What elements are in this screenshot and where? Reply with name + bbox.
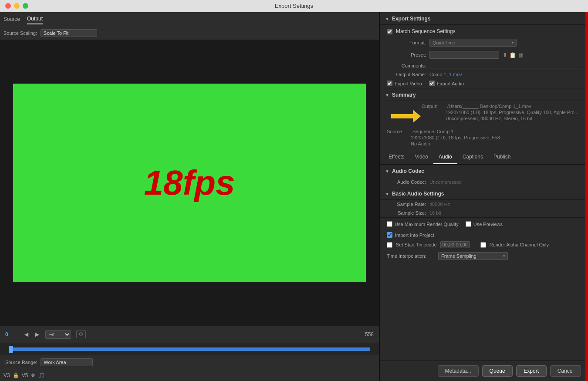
track-lock-btn[interactable]: 🔒: [13, 372, 19, 378]
audio-codec-header-text: Audio Codec: [392, 168, 424, 174]
basic-audio-section-header[interactable]: ▼ Basic Audio Settings: [380, 187, 588, 200]
sample-rate-value: 48000 Hz: [429, 202, 450, 207]
track-v5-btn[interactable]: V5: [22, 372, 28, 378]
sample-size-label: Sample Size:: [387, 210, 426, 216]
track-audio-btn[interactable]: 🎵: [38, 372, 45, 378]
export-video-checkbox[interactable]: [387, 81, 392, 86]
panel-tabs: Effects Video Audio Captions Publish: [380, 150, 588, 165]
tab-effects[interactable]: Effects: [383, 150, 409, 164]
source-range-label: Source Range:: [5, 360, 37, 365]
preview-text: 18fps: [144, 163, 235, 203]
timeline-track: [9, 347, 370, 351]
import-row: Import Into Project: [380, 230, 588, 239]
use-previews-label: Use Previews: [473, 222, 503, 227]
annotation-arrow-icon: [387, 105, 422, 127]
render-alpha-label: Render Alpha Channel Only: [490, 242, 549, 247]
tab-video[interactable]: Video: [409, 150, 433, 164]
export-settings-header-text: Export Settings: [392, 16, 431, 22]
timeline-playhead[interactable]: [9, 346, 13, 353]
timecode-end: 558: [365, 331, 374, 337]
summary-output-line3-row: Uncompressed, 48000 Hz, Stereo, 16 bit: [422, 116, 581, 121]
play-prev-button[interactable]: ◀: [24, 330, 29, 338]
use-previews-checkbox[interactable]: [466, 221, 471, 227]
preview-canvas: 18fps: [13, 84, 366, 282]
tab-source[interactable]: Source: [3, 14, 20, 24]
left-panel: Source Output Source Scaling: Scale To F…: [0, 12, 379, 381]
source-range-select[interactable]: Work Area Entire Sequence In to Out: [41, 358, 93, 366]
output-name-row: Output Name: Comp 1_1.mov: [380, 70, 588, 79]
summary-source-row: Source: Sequence, Comp 1: [387, 129, 581, 134]
format-select[interactable]: QuickTime: [429, 39, 517, 47]
time-interpolation-label: Time Interpolation:: [387, 253, 435, 259]
use-previews-item: Use Previews: [466, 221, 503, 227]
source-scaling-label: Source Scaling:: [3, 30, 37, 36]
render-options-row: Use Maximum Render Quality Use Previews: [380, 218, 588, 230]
preset-icons: ⬇ 📋 🗑: [503, 52, 524, 58]
tab-captions[interactable]: Captions: [457, 150, 488, 164]
summary-output-line3: Uncompressed, 48000 Hz, Stereo, 16 bit: [446, 116, 581, 121]
tabs-bar: Source Output: [0, 12, 379, 26]
play-next-button[interactable]: ▶: [34, 330, 40, 338]
time-interpolation-select[interactable]: Frame Sampling Frame Blending Optical Fl…: [438, 252, 508, 260]
summary-chevron: ▼: [385, 93, 389, 98]
maximize-button[interactable]: [23, 3, 28, 9]
set-start-timecode-label: Set Start Timecode: [396, 242, 437, 247]
export-button[interactable]: Export: [516, 365, 547, 377]
fit-select[interactable]: Fit 25% 50% 100%: [45, 330, 71, 339]
summary-source-line2-row: 1920x1080 (1.0), 18 fps, Progressive, 55…: [387, 135, 581, 140]
summary-output-path: /Users/______ Desktop/Comp 1_1.mov: [447, 104, 581, 109]
export-audio-label: Export Audio: [437, 81, 464, 86]
svg-marker-0: [391, 110, 421, 123]
summary-section-header[interactable]: ▼ Summary: [380, 88, 588, 101]
transport-bar: 0 ◀ ▶ Fit 25% 50% 100% ⚙ 558: [0, 325, 379, 343]
audio-codec-value: Uncompressed: [429, 179, 462, 185]
render-alpha-checkbox[interactable]: [480, 242, 486, 248]
output-name-link[interactable]: Comp 1_1.mov: [429, 72, 462, 77]
summary-content: Output: /Users/______ Desktop/Comp 1_1.m…: [380, 101, 588, 150]
preset-save-btn[interactable]: ⬇: [503, 52, 507, 58]
format-row: Format: QuickTime ▾: [380, 36, 588, 49]
metadata-button[interactable]: Metadata...: [438, 365, 479, 377]
comments-input[interactable]: [429, 63, 581, 68]
tab-audio[interactable]: Audio: [433, 150, 457, 164]
import-into-project-label: Import Into Project: [395, 233, 434, 238]
audio-codec-label: Audio Codec:: [387, 179, 426, 185]
track-v3-btn[interactable]: V3: [3, 372, 10, 378]
settings-icon-btn[interactable]: ⚙: [76, 330, 86, 338]
export-settings-section-header[interactable]: ▼ Export Settings: [380, 12, 588, 25]
timeline-bar[interactable]: [0, 343, 379, 355]
tab-publish[interactable]: Publish: [488, 150, 516, 164]
use-max-render-checkbox[interactable]: [387, 221, 392, 227]
comments-label: Comments:: [387, 63, 426, 68]
source-range-bar: Source Range: Work Area Entire Sequence …: [0, 355, 379, 369]
timecode-start: 0: [5, 331, 18, 337]
right-panel: ▼ Export Settings Match Sequence Setting…: [379, 12, 588, 381]
preset-row: Preset: ⬇ 📋 🗑: [380, 49, 588, 61]
comments-row: Comments:: [380, 61, 588, 70]
preset-load-btn[interactable]: 📋: [509, 52, 516, 58]
match-sequence-checkbox[interactable]: [387, 29, 392, 34]
import-into-project-checkbox[interactable]: [387, 232, 392, 238]
summary-source-line3: No Audio: [411, 141, 581, 146]
summary-source-line3-row: No Audio: [387, 141, 581, 146]
track-eye-btn[interactable]: 👁: [30, 372, 36, 378]
time-interpolation-row: Time Interpolation: Frame Sampling Frame…: [380, 250, 588, 262]
red-edge: [585, 12, 588, 381]
tab-output[interactable]: Output: [27, 14, 43, 24]
audio-codec-section-header[interactable]: ▼ Audio Codec: [380, 165, 588, 177]
sample-size-value: 16 bit: [429, 210, 441, 216]
preset-delete-btn[interactable]: 🗑: [518, 52, 524, 58]
minimize-button[interactable]: [14, 3, 20, 9]
summary-output-line2-row: 1920x1080 (1.0), 18 fps, Progressive, Qu…: [422, 110, 581, 115]
cancel-button[interactable]: Cancel: [550, 365, 581, 377]
summary-source-value: Sequence, Comp 1: [412, 129, 581, 134]
close-button[interactable]: [5, 3, 11, 9]
window-controls[interactable]: [5, 3, 28, 9]
preset-input[interactable]: [429, 51, 499, 59]
queue-button[interactable]: Queue: [482, 365, 513, 377]
source-scaling-select[interactable]: Scale To Fit Scale To Fill Stretch To Fi…: [41, 29, 97, 37]
summary-output-key: Output:: [422, 104, 446, 109]
export-audio-checkbox[interactable]: [429, 81, 435, 86]
set-start-timecode-checkbox[interactable]: [387, 242, 392, 248]
match-sequence-label: Match Sequence Settings: [396, 28, 456, 34]
